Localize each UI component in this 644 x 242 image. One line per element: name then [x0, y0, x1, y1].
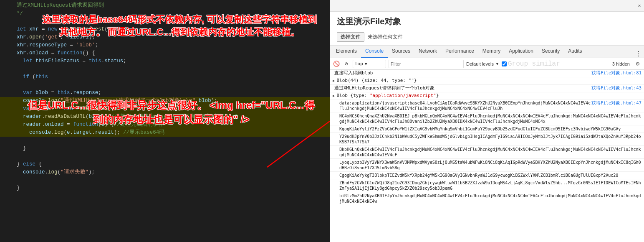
console-entry-xhr-log: 通过XMLHttpRequest请求得到了一个blob对象 获得File对象.h…: [330, 85, 644, 92]
tab-elements[interactable]: Elements: [332, 45, 361, 58]
console-entry-base64-6: CgogKiAoYykgT3BlbkpTIEZvdW5kYXRpb24gYW5k…: [330, 172, 644, 179]
context-selector[interactable]: top ▼: [353, 60, 386, 68]
code-line: var blob = this.response;: [0, 89, 330, 97]
console-entry-blob-appjs: ▶ Blob {type: "application/javascript"}: [330, 92, 644, 100]
group-similar-checkbox[interactable]: [502, 61, 507, 66]
group-similar-label: Group similar: [508, 60, 560, 68]
hidden-count-label: 3 hidden: [612, 61, 630, 66]
devtools-topbar: — ✕: [330, 0, 644, 12]
entry-file-link[interactable]: 获得File对象.html:43: [591, 85, 641, 91]
code-line: [0, 176, 330, 184]
tab-console[interactable]: Console: [361, 45, 388, 58]
code-line: [0, 137, 330, 145]
base64-text-7: ZBndFy2GVkIG1uZWQiD8g21uZG93IDogZGhjcywg…: [339, 180, 641, 191]
base64-text: data:application/javascript;base64,LyohC…: [339, 100, 591, 111]
devtools-minimize-button[interactable]: —: [629, 3, 635, 9]
file-no-selection-label: 未选择任何文件: [368, 33, 403, 41]
file-choose-button[interactable]: 选择文件: [337, 32, 364, 42]
console-output: 直接写入得到blob 获得File对象.html:81 ▶ Blob(44) {…: [330, 70, 644, 242]
default-levels-label: Default levels: [466, 61, 494, 66]
base64-text-4: BkbHGLnQxNC4xNC4wIEV4cFluJhcnkgdjMuNC4xN…: [339, 147, 641, 158]
code-line: console.log("请求失败");: [0, 168, 330, 176]
console-entry-base64-2: KgogKiAoYyliY2FzZVpGbGFoYW1tZXIgVG9vbHMg…: [330, 125, 644, 133]
entry-text: Blob {type: "application/javascript"}: [336, 93, 640, 99]
entry-text: 直接写入得到blob: [334, 70, 590, 76]
base64-text-3: Y29udHJpYnV0b3JzIChkb2N1bWVudC5yZWFkeShm…: [339, 134, 641, 145]
code-line: let thisFileStatus = this.status;: [0, 57, 330, 65]
console-entry-direct-blob: 直接写入得到blob 获得File对象.html:81: [330, 70, 644, 77]
entry-file-link[interactable]: 获得File对象.html:47: [591, 100, 641, 111]
console-block-button[interactable]: ⊘: [343, 60, 350, 68]
base64-header-row: data:application/javascript;base64,LyohC…: [339, 100, 641, 111]
console-entry-base64: data:application/javascript;base64,LyohC…: [330, 99, 644, 112]
context-selector-value: top: [355, 61, 363, 66]
devtools-close-button[interactable]: ✕: [636, 3, 642, 9]
entry-file-link[interactable]: 获得File对象.html:81: [591, 70, 641, 76]
entry-text: 通过XMLHttpRequest请求得到了一个blob对象: [334, 85, 590, 92]
code-line-highlight: reader.onload = function(e) {//处理完成后的事件: [0, 121, 330, 129]
code-line-highlight: reader.readAsDataURL(blob); // 把blob转换为b…: [0, 113, 330, 121]
base64-text-8: biRlzMmZhU2NyaXB0IEJpYnJhcnkgdjMuNC4xNC4…: [339, 193, 641, 204]
console-entry-base64-3: Y29udHJpYnV0b3JzIChkb2N1bWVudC5yZWFkeShm…: [330, 133, 644, 146]
code-line-highlight: console.log("通过XMLHttpRequest请求得到了一个blob…: [0, 97, 330, 105]
code-line: [0, 81, 330, 89]
code-line: xhr.open('get', fileUrl);: [0, 33, 330, 41]
file-demo-title: 这里演示File对象: [337, 16, 637, 27]
base64-text-2: KgogKiAoYyliY2FzZVpGbGFoYW1tZXIgVG9vbHMg…: [339, 126, 621, 132]
code-line: [0, 153, 330, 160]
tab-sources[interactable]: Sources: [388, 45, 414, 58]
entry-text: Blob(44) {size: 44, type: ""}: [336, 78, 640, 84]
levels-arrow: ▼: [495, 62, 499, 66]
tab-network[interactable]: Network: [414, 45, 441, 58]
tab-memory[interactable]: Memory: [478, 45, 505, 58]
console-entry-blob-44: ▶ Blob(44) {size: 44, type: ""}: [330, 77, 644, 85]
code-line: xhr.onload = function() {: [0, 49, 330, 57]
devtools-more-button[interactable]: ⋮: [635, 50, 642, 58]
code-line: xhr.responseType = 'blob';: [0, 41, 330, 49]
context-selector-arrow: ▼: [365, 62, 367, 66]
base64-long-text: NC4xNC5OhcnQnaXZhU2NyaXB0IEJ pBkbHGLnQxN…: [339, 113, 641, 124]
console-entry-base64-7: ZBndFy2GVkIG1uZWQiD8g21uZG93IDogZGhjcywg…: [330, 179, 644, 192]
tab-performance[interactable]: Performance: [441, 45, 478, 58]
group-similar-container: Group similar: [502, 60, 560, 68]
base64-text-5: LyoqLypzb3VyY2VNYXBwaW5nVVJMPWpxdWVyeS0z…: [339, 160, 641, 171]
code-line: let xhr = new XMLHttpRequest();: [0, 25, 330, 33]
code-line: }: [0, 184, 330, 192]
code-panel: 通过XMLHttpRequest请求返回得到 */ let xhr = new …: [0, 0, 330, 242]
devtools-tabs-bar: Elements Console Sources Network Perform…: [330, 46, 644, 58]
code-line: */: [0, 10, 330, 18]
file-input-row: 选择文件 未选择任何文件: [337, 32, 637, 42]
file-demo-section: 这里演示File对象 选择文件 未选择任何文件: [330, 12, 644, 46]
base64-text-6: CgogKiAoYykgT3BlbkpTIEZvdW5kYXRpb24gYW5k…: [339, 173, 618, 178]
entry-expand-arrow[interactable]: ▶: [333, 93, 335, 98]
console-entry-base64-4: BkbHGLnQxNC4xNC4wIEV4cFluJhcnkgdjMuNC4xN…: [330, 146, 644, 159]
console-levels-selector[interactable]: Default levels ▼: [466, 61, 499, 66]
tab-audits[interactable]: Audits: [564, 45, 586, 58]
console-clear-button[interactable]: 🚫: [333, 60, 340, 68]
code-line-highlight: var reader = new FileReader();: [0, 105, 330, 113]
console-entry-base64-5: LyoqLypzb3VyY2VNYXBwaW5nVVJMPWpxdWVyeS0z…: [330, 159, 644, 172]
console-toolbar: 🚫 ⊘ top ▼ Default levels ▼ Group similar…: [330, 58, 644, 70]
code-line: }: [0, 145, 330, 153]
console-entry-base64-8: biRlzMmZhU2NyaXB0IEJpYnJhcnkgdjMuNC4xNC4…: [330, 192, 644, 205]
console-filter-input[interactable]: [389, 60, 464, 68]
tab-security[interactable]: Security: [538, 45, 564, 58]
code-line: } else {: [0, 160, 330, 168]
devtools-panel: — ✕ 这里演示File对象 选择文件 未选择任何文件 Elements Con…: [330, 0, 644, 242]
console-entry-base64-long: NC4xNC5OhcnQnaXZhU2NyaXB0IEJ pBkbHGLnQxN…: [330, 112, 644, 125]
code-line: 通过XMLHttpRequest请求返回得到: [0, 2, 330, 10]
tab-application[interactable]: Application: [505, 45, 538, 58]
code-line: [0, 65, 330, 73]
code-content: 通过XMLHttpRequest请求返回得到 */ let xhr = new …: [0, 0, 330, 194]
code-line: [0, 18, 330, 25]
console-settings-button[interactable]: ⚙: [634, 60, 641, 68]
entry-expand-arrow[interactable]: ▶: [333, 78, 335, 83]
code-line-highlight: console.log(e.target.result); //显示base64…: [0, 129, 330, 137]
code-line: if (this: [0, 73, 330, 81]
